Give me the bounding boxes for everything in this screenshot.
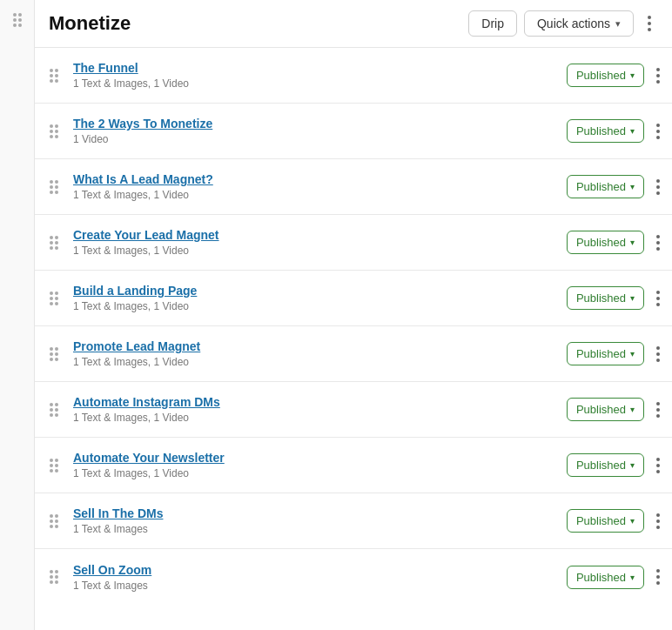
header-actions: Drip Quick actions ▾ — [468, 10, 658, 37]
published-status-button[interactable]: Published ▾ — [567, 175, 644, 198]
lesson-meta: 1 Text & Images, 1 Video — [73, 300, 560, 312]
lesson-info: Automate Your Newsletter 1 Text & Images… — [66, 442, 567, 488]
status-chevron-icon: ▾ — [630, 182, 635, 191]
lesson-actions: Published ▾ — [567, 231, 665, 254]
status-chevron-icon: ▾ — [630, 516, 635, 526]
lesson-meta: 1 Text & Images, 1 Video — [73, 77, 560, 90]
header-more-button[interactable] — [641, 12, 658, 35]
lesson-more-button[interactable] — [651, 399, 665, 421]
lesson-more-button[interactable] — [651, 343, 665, 365]
published-label: Published — [576, 571, 626, 584]
vertical-dots-icon — [656, 569, 660, 585]
vertical-dots-icon — [656, 179, 660, 195]
vertical-dots-icon — [656, 402, 660, 418]
lesson-title[interactable]: Sell In The DMs — [73, 506, 560, 520]
vertical-dots-icon — [656, 346, 660, 362]
published-label: Published — [576, 459, 626, 472]
lesson-title[interactable]: Build a Landing Page — [73, 284, 560, 298]
status-chevron-icon: ▾ — [630, 573, 635, 582]
vertical-dots-icon — [656, 458, 660, 473]
lesson-info: Promote Lead Magnet 1 Text & Images, 1 V… — [66, 331, 567, 377]
lesson-info: Build a Landing Page 1 Text & Images, 1 … — [66, 275, 567, 321]
lesson-meta: 1 Text & Images — [73, 523, 560, 535]
drip-button[interactable]: Drip — [468, 10, 517, 37]
lesson-row: Sell In The DMs 1 Text & Images Publishe… — [35, 493, 672, 549]
lesson-meta: 1 Text & Images, 1 Video — [73, 467, 560, 479]
sidebar-grid-icon[interactable] — [13, 13, 22, 27]
status-chevron-icon: ▾ — [630, 460, 635, 470]
published-label: Published — [576, 69, 626, 82]
lesson-info: Automate Instagram DMs 1 Text & Images, … — [66, 386, 567, 432]
published-label: Published — [576, 236, 626, 249]
lesson-title[interactable]: Automate Instagram DMs — [73, 395, 560, 409]
status-chevron-icon: ▾ — [630, 349, 635, 359]
lesson-meta: 1 Text & Images — [73, 580, 560, 592]
drag-handle-icon[interactable] — [42, 347, 66, 361]
drag-handle-icon[interactable] — [42, 69, 66, 83]
lesson-title[interactable]: Sell On Zoom — [73, 563, 560, 577]
lesson-info: Sell On Zoom 1 Text & Images — [66, 554, 567, 600]
published-status-button[interactable]: Published ▾ — [567, 509, 644, 533]
drag-handle-icon[interactable] — [42, 180, 66, 194]
drag-handle-icon[interactable] — [42, 124, 66, 138]
lesson-row: What Is A Lead Magnet? 1 Text & Images, … — [35, 159, 672, 215]
lesson-more-button[interactable] — [651, 64, 665, 87]
lesson-title[interactable]: Promote Lead Magnet — [73, 339, 560, 353]
published-status-button[interactable]: Published ▾ — [567, 231, 644, 254]
lesson-row: Sell On Zoom 1 Text & Images Published ▾ — [35, 549, 672, 605]
lesson-info: The Funnel 1 Text & Images, 1 Video — [66, 52, 567, 98]
published-status-button[interactable]: Published ▾ — [567, 398, 644, 421]
drag-handle-icon[interactable] — [42, 459, 66, 473]
published-status-button[interactable]: Published ▾ — [567, 286, 644, 310]
lesson-more-button[interactable] — [651, 566, 665, 588]
lesson-more-button[interactable] — [651, 231, 665, 254]
quick-actions-chevron-icon: ▾ — [615, 18, 621, 30]
lesson-actions: Published ▾ — [567, 342, 665, 365]
vertical-dots-icon — [656, 124, 660, 139]
status-chevron-icon: ▾ — [630, 405, 635, 414]
lesson-info: Create Your Lead Magnet 1 Text & Images,… — [66, 219, 567, 265]
lesson-meta: 1 Text & Images, 1 Video — [73, 412, 560, 424]
lesson-actions: Published ▾ — [567, 509, 665, 533]
lesson-row: Build a Landing Page 1 Text & Images, 1 … — [35, 271, 672, 326]
drag-handle-icon[interactable] — [42, 570, 66, 584]
vertical-dots-icon — [656, 68, 660, 84]
drag-handle-icon[interactable] — [42, 403, 66, 417]
published-status-button[interactable]: Published ▾ — [567, 64, 644, 87]
published-status-button[interactable]: Published ▾ — [567, 119, 644, 143]
published-status-button[interactable]: Published ▾ — [567, 566, 644, 589]
lesson-more-button[interactable] — [651, 176, 665, 198]
published-label: Published — [576, 514, 626, 527]
lesson-actions: Published ▾ — [567, 119, 665, 143]
lessons-list: The Funnel 1 Text & Images, 1 Video Publ… — [35, 48, 672, 630]
lesson-title[interactable]: What Is A Lead Magnet? — [73, 172, 560, 186]
lesson-info: What Is A Lead Magnet? 1 Text & Images, … — [66, 164, 567, 210]
drag-handle-icon[interactable] — [42, 236, 66, 250]
lesson-title[interactable]: Create Your Lead Magnet — [73, 228, 560, 242]
lesson-row: The 2 Ways To Monetize 1 Video Published… — [35, 104, 672, 159]
published-label: Published — [576, 180, 626, 193]
published-status-button[interactable]: Published ▾ — [567, 342, 644, 365]
published-status-button[interactable]: Published ▾ — [567, 453, 644, 477]
status-chevron-icon: ▾ — [630, 126, 635, 136]
lesson-more-button[interactable] — [651, 510, 665, 533]
lesson-title[interactable]: The 2 Ways To Monetize — [73, 117, 560, 131]
lesson-row: The Funnel 1 Text & Images, 1 Video Publ… — [35, 48, 672, 104]
quick-actions-button[interactable]: Quick actions ▾ — [524, 10, 634, 37]
lesson-actions: Published ▾ — [567, 398, 665, 421]
lesson-more-button[interactable] — [651, 287, 665, 310]
header: Monetize Drip Quick actions ▾ — [35, 0, 672, 48]
lesson-actions: Published ▾ — [567, 64, 665, 87]
lesson-more-button[interactable] — [651, 454, 665, 477]
status-chevron-icon: ▾ — [630, 238, 635, 247]
lesson-meta: 1 Text & Images, 1 Video — [73, 245, 560, 257]
drag-handle-icon[interactable] — [42, 514, 66, 528]
lesson-more-button[interactable] — [651, 120, 665, 143]
drag-handle-icon[interactable] — [42, 292, 66, 305]
lesson-info: The 2 Ways To Monetize 1 Video — [66, 108, 567, 154]
lesson-title[interactable]: The Funnel — [73, 61, 560, 75]
lesson-actions: Published ▾ — [567, 175, 665, 198]
published-label: Published — [576, 403, 626, 416]
published-label: Published — [576, 347, 626, 360]
lesson-title[interactable]: Automate Your Newsletter — [73, 451, 560, 465]
